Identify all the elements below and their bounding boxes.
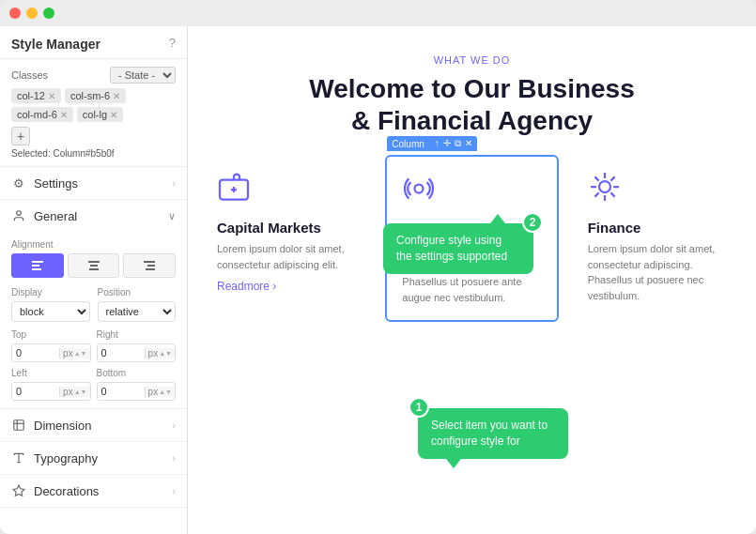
bottom-spinner[interactable]: ▲▼ xyxy=(159,389,172,395)
decorations-label: Decorations xyxy=(34,484,99,498)
settings-icon: ⚙ xyxy=(11,175,26,191)
add-tag-button[interactable]: + xyxy=(11,127,30,145)
svg-rect-5 xyxy=(90,265,98,267)
finance-text: Lorem ipsum dolor sit amet, consectetur … xyxy=(588,241,727,303)
top-label: Top xyxy=(11,329,91,340)
card-capital-markets[interactable]: Capital Markets Lorem ipsum dolor sit am… xyxy=(202,155,371,322)
tag-col-12: col-12 ✕ xyxy=(11,88,61,103)
right-label: Right xyxy=(97,329,177,340)
settings-chevron: › xyxy=(172,177,176,189)
general-body: Alignment xyxy=(0,232,187,408)
titlebar xyxy=(0,0,756,26)
capital-markets-title: Capital Markets xyxy=(217,220,356,236)
preview-title-line1: Welcome to Our Business xyxy=(309,74,634,103)
position-group: Position relative xyxy=(98,287,177,322)
tag-col-md-6: col-md-6 ✕ xyxy=(11,107,73,122)
state-dropdown[interactable]: - State - xyxy=(110,67,176,84)
alignment-label: Alignment xyxy=(11,239,176,250)
card-finance[interactable]: Finance Lorem ipsum dolor sit amet, cons… xyxy=(573,155,742,322)
tooltip-2-arrow xyxy=(490,214,505,223)
tooltip-1-badge: 1 xyxy=(409,397,429,418)
svg-point-0 xyxy=(17,211,22,216)
help-button[interactable]: ? xyxy=(169,36,176,50)
right-field: Right px ▲▼ xyxy=(97,329,177,362)
tag-col-lg-remove[interactable]: ✕ xyxy=(110,110,117,120)
sidebar-item-settings[interactable]: ⚙ Settings › xyxy=(0,167,187,200)
display-label: Display xyxy=(11,287,90,298)
svg-rect-6 xyxy=(89,268,99,270)
sidebar-item-typography[interactable]: Typography › xyxy=(0,442,187,475)
position-select[interactable]: relative xyxy=(98,301,177,322)
general-icon xyxy=(11,208,26,223)
align-right-button[interactable] xyxy=(123,253,176,278)
general-chevron: ∨ xyxy=(168,210,176,222)
decorations-icon xyxy=(11,483,26,498)
capital-markets-readmore[interactable]: Readmore › xyxy=(217,280,356,293)
general-section: General ∨ Alignment xyxy=(0,200,187,409)
capital-markets-icon xyxy=(217,170,356,210)
content-area: WHAT WE DO Welcome to Our Business & Fin… xyxy=(188,26,756,534)
maximize-button[interactable] xyxy=(43,8,54,19)
toolbar-delete-icon[interactable]: ✕ xyxy=(465,138,472,149)
bottom-field: Bottom px ▲▼ xyxy=(97,368,177,401)
close-button[interactable] xyxy=(9,8,21,19)
tag-col-12-remove[interactable]: ✕ xyxy=(48,91,55,101)
tag-col-sm-6: col-sm-6 ✕ xyxy=(65,88,126,103)
classes-section: Classes - State - col-12 ✕ col-sm-6 ✕ xyxy=(0,59,187,167)
bottom-input[interactable] xyxy=(98,383,145,400)
capital-markets-text: Lorem ipsum dolor sit amet, consectetur … xyxy=(217,241,356,272)
tooltip-1-text: Select item you want to configure style … xyxy=(431,419,548,448)
spacing-grid: Top px ▲▼ Right xyxy=(11,329,176,401)
preview-title-line2: & Financial Agency xyxy=(351,106,593,135)
general-label: General xyxy=(34,209,77,223)
tag-col-lg: col-lg ✕ xyxy=(77,107,123,122)
top-input[interactable] xyxy=(12,344,59,361)
toolbar-up-icon[interactable]: ↑ xyxy=(435,138,440,149)
top-spinner[interactable]: ▲▼ xyxy=(74,350,87,357)
tooltip-1-arrow xyxy=(446,459,461,468)
sidebar-item-general[interactable]: General ∨ xyxy=(0,200,187,232)
sidebar-item-dimension[interactable]: Dimension › xyxy=(0,409,187,442)
left-spinner[interactable]: ▲▼ xyxy=(74,389,87,395)
tooltip-1: 1 Select item you want to configure styl… xyxy=(418,408,568,459)
investments-icon xyxy=(402,172,541,212)
tag-col-md-6-remove[interactable]: ✕ xyxy=(60,110,68,120)
sidebar-menu: ⚙ Settings › xyxy=(0,167,187,534)
display-group: Display block xyxy=(11,287,90,322)
what-we-do-label: WHAT WE DO xyxy=(207,54,737,66)
tooltip-2: 2 Configure style using the settings sup… xyxy=(383,223,533,274)
display-position-row: Display block Position relative xyxy=(11,287,176,322)
right-input[interactable] xyxy=(98,344,145,361)
svg-rect-9 xyxy=(146,268,155,270)
sidebar-header: Style Manager ? xyxy=(0,26,187,59)
align-left-button[interactable] xyxy=(11,253,64,278)
position-label: Position xyxy=(98,287,177,298)
dimension-label: Dimension xyxy=(34,419,91,433)
classes-text: Classes xyxy=(11,69,48,81)
dimension-icon xyxy=(11,418,26,433)
svg-rect-7 xyxy=(144,261,155,263)
dimension-chevron: › xyxy=(172,420,176,431)
display-select[interactable]: block xyxy=(11,301,90,322)
toolbar-copy-icon[interactable]: ⧉ xyxy=(455,138,461,149)
left-label: Left xyxy=(11,368,91,378)
tags-area: col-12 ✕ col-sm-6 ✕ col-md-6 ✕ col-lg ✕ xyxy=(11,88,176,122)
right-spinner[interactable]: ▲▼ xyxy=(159,350,172,357)
typography-label: Typography xyxy=(34,451,98,465)
sidebar-item-decorations[interactable]: Decorations › xyxy=(0,475,187,508)
align-center-button[interactable] xyxy=(68,253,120,278)
minimize-button[interactable] xyxy=(26,8,38,19)
left-input[interactable] xyxy=(12,383,59,400)
classes-label: Classes - State - xyxy=(11,67,176,84)
finance-title: Finance xyxy=(588,220,727,236)
toolbar-move-icon[interactable]: ✛ xyxy=(443,138,451,149)
sidebar-title: Style Manager xyxy=(11,37,100,52)
svg-rect-1 xyxy=(32,261,43,263)
preview-title: Welcome to Our Business & Financial Agen… xyxy=(207,73,737,136)
tooltip-2-badge: 2 xyxy=(522,212,543,233)
tag-col-sm-6-remove[interactable]: ✕ xyxy=(113,91,120,101)
svg-point-19 xyxy=(415,185,424,193)
typography-chevron: › xyxy=(172,452,176,464)
main-area: Style Manager ? Classes - State - col-12… xyxy=(0,26,756,534)
finance-icon xyxy=(588,170,727,210)
